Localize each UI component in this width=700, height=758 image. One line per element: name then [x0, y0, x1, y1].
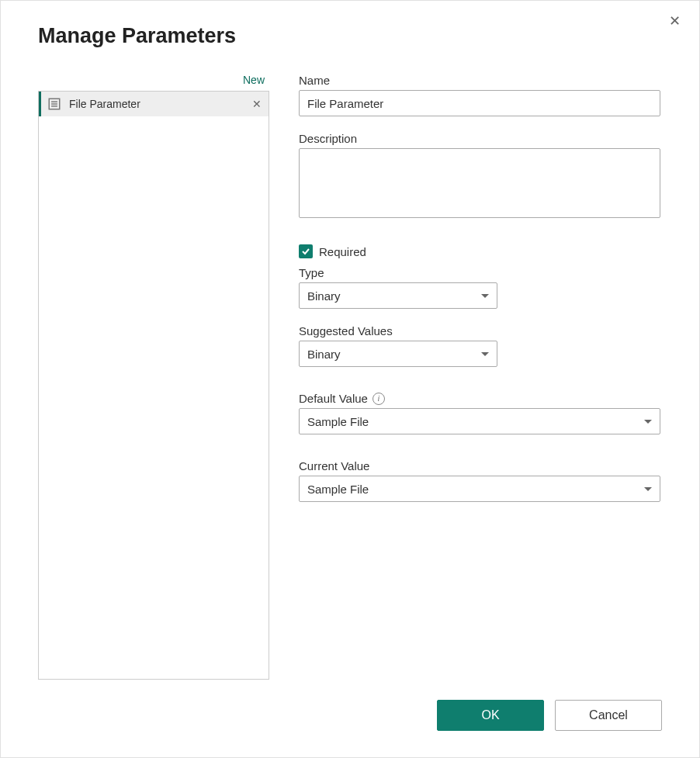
- manage-parameters-dialog: ✕ Manage Parameters New File Parameter: [0, 0, 700, 758]
- chevron-down-icon: [481, 352, 489, 356]
- type-dropdown[interactable]: Binary: [299, 282, 497, 309]
- dialog-body: New File Parameter ✕: [38, 74, 660, 680]
- parameter-icon: [47, 97, 61, 111]
- default-value-label: Default Value: [299, 392, 368, 405]
- default-value-dropdown[interactable]: Sample File: [299, 408, 660, 434]
- left-panel: New File Parameter ✕: [38, 74, 269, 680]
- required-checkbox[interactable]: [299, 244, 313, 258]
- parameter-list-item[interactable]: File Parameter ✕: [39, 92, 269, 116]
- required-row: Required: [299, 244, 660, 258]
- check-icon: [301, 247, 310, 256]
- description-label: Description: [299, 132, 660, 145]
- required-label: Required: [319, 245, 366, 258]
- suggested-values-label: Suggested Values: [299, 324, 660, 337]
- type-label: Type: [299, 266, 660, 279]
- cancel-button[interactable]: Cancel: [555, 700, 662, 731]
- name-input[interactable]: [299, 90, 660, 116]
- chevron-down-icon: [644, 487, 652, 491]
- background-ribbon: [1, 1, 699, 12]
- parameter-form: Name Description Required Type Binary: [269, 74, 660, 680]
- dialog-title: Manage Parameters: [38, 24, 236, 48]
- description-input[interactable]: [299, 148, 660, 218]
- suggested-values-value: Binary: [307, 348, 481, 361]
- name-label: Name: [299, 74, 660, 87]
- default-value-text: Sample File: [307, 415, 644, 428]
- current-value-dropdown[interactable]: Sample File: [299, 476, 660, 502]
- close-icon: ✕: [669, 12, 681, 29]
- chevron-down-icon: [644, 420, 652, 424]
- ok-button[interactable]: OK: [437, 700, 544, 731]
- delete-parameter-icon[interactable]: ✕: [250, 97, 264, 111]
- current-value-label: Current Value: [299, 459, 660, 472]
- info-icon[interactable]: i: [373, 393, 385, 405]
- parameter-item-label: File Parameter: [69, 98, 242, 110]
- suggested-values-dropdown[interactable]: Binary: [299, 341, 497, 367]
- chevron-down-icon: [481, 294, 489, 298]
- new-parameter-link[interactable]: New: [38, 74, 269, 91]
- type-value: Binary: [307, 289, 481, 303]
- current-value-text: Sample File: [307, 483, 644, 496]
- dialog-footer: OK Cancel: [437, 700, 662, 731]
- close-button[interactable]: ✕: [664, 10, 685, 32]
- parameter-list: File Parameter ✕: [38, 91, 269, 680]
